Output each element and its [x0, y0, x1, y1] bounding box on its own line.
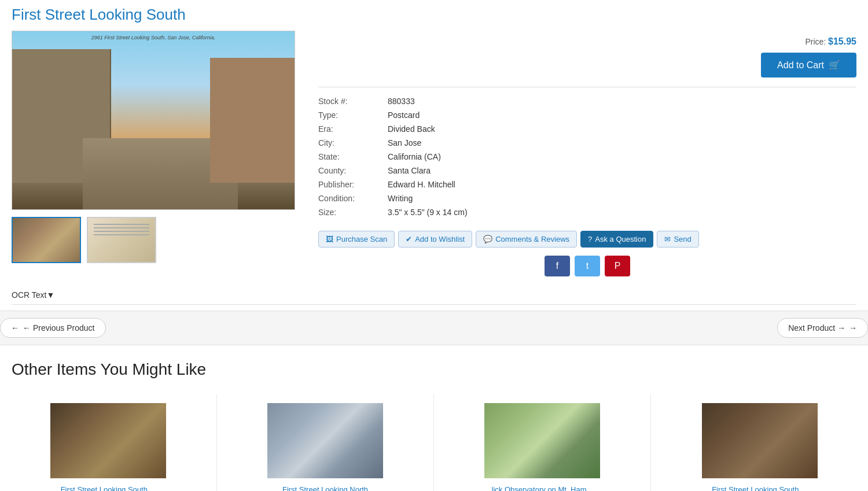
pinterest-button[interactable]: P — [605, 256, 630, 276]
related-title-4[interactable]: First Street Looking South ... — [660, 485, 859, 491]
divider — [12, 304, 856, 305]
pinterest-icon: P — [615, 261, 621, 271]
main-product-image[interactable]: 2961 First Street Looking South, San Jos… — [12, 31, 295, 210]
related-title-2[interactable]: First Street Looking North — [226, 485, 424, 491]
related-title-1[interactable]: First Street Looking South ... — [9, 485, 207, 491]
image-icon: 🖼 — [326, 235, 333, 243]
add-to-wishlist-button[interactable]: ✔ Add to Wishlist — [398, 231, 472, 248]
publisher-label: Publisher: — [318, 180, 388, 189]
stock-value: 880333 — [388, 97, 415, 106]
product-images: 2961 First Street Looking South, San Jos… — [12, 31, 295, 276]
navigation-bar: ← ← Previous Product Next Product → → — [0, 311, 868, 345]
era-label: Era: — [318, 124, 388, 134]
action-buttons-row: 🖼 Purchase Scan ✔ Add to Wishlist 💬 Comm… — [318, 231, 856, 248]
social-buttons-row: f t P — [318, 256, 856, 276]
thumbnail-front[interactable] — [12, 217, 81, 263]
era-value: Divided Back — [388, 124, 435, 134]
related-item-3: lick Observatory on Mt. Ham... San Jose,… — [434, 394, 651, 491]
stock-row: Stock #: 880333 — [318, 94, 856, 108]
condition-label: Condition: — [318, 194, 388, 203]
send-button[interactable]: ✉ Send — [657, 231, 698, 248]
previous-product-button[interactable]: ← ← Previous Product — [0, 318, 106, 338]
wishlist-label: Add to Wishlist — [415, 235, 465, 243]
cart-icon: 🛒 — [829, 60, 840, 71]
county-label: County: — [318, 166, 388, 175]
purchase-scan-label: Purchase Scan — [336, 235, 387, 243]
arrow-left-icon: ← — [11, 323, 19, 333]
related-section-title: Other Items You Might Like — [12, 360, 856, 379]
publisher-row: Publisher: Edward H. Mitchell — [318, 178, 856, 191]
add-to-cart-button[interactable]: Add to Cart 🛒 — [761, 53, 856, 77]
condition-value: Writing — [388, 194, 413, 203]
next-label: Next Product → — [788, 323, 845, 333]
type-label: Type: — [318, 110, 388, 120]
city-label: City: — [318, 138, 388, 147]
product-info-table: Stock #: 880333 Type: Postcard Era: Divi… — [318, 87, 856, 219]
city-row: City: San Jose — [318, 136, 856, 150]
city-link[interactable]: San Jose — [388, 138, 421, 147]
size-value: 3.5" x 5.5" (9 x 14 cm) — [388, 208, 468, 217]
ocr-toggle-button[interactable]: OCR Text▼ — [12, 290, 856, 300]
ocr-section: OCR Text▼ — [12, 286, 856, 304]
related-item-4: First Street Looking South ... San Jose,… — [651, 394, 868, 491]
next-product-button[interactable]: Next Product → → — [777, 318, 868, 338]
send-icon: ✉ — [664, 235, 671, 243]
related-image-2[interactable] — [267, 403, 383, 478]
thumbnail-row — [12, 217, 295, 263]
size-row: Size: 3.5" x 5.5" (9 x 14 cm) — [318, 205, 856, 219]
type-value: Postcard — [388, 110, 420, 120]
state-label: State: — [318, 152, 388, 161]
price-value: $15.95 — [828, 36, 856, 46]
price-label: Price: — [805, 37, 826, 46]
related-item-2: First Street Looking North San Jose, CA … — [217, 394, 434, 491]
twitter-icon: t — [586, 261, 589, 271]
county-row: County: Santa Clara — [318, 164, 856, 178]
related-image-3[interactable] — [484, 403, 600, 478]
wishlist-icon: ✔ — [406, 235, 412, 243]
publisher-link[interactable]: Edward H. Mitchell — [388, 180, 455, 189]
stock-label: Stock #: — [318, 97, 388, 106]
size-label: Size: — [318, 208, 388, 217]
product-title: First Street Looking South — [12, 6, 856, 24]
related-title-3[interactable]: lick Observatory on Mt. Ham... — [443, 485, 641, 491]
related-items-grid: First Street Looking South ... San Jose,… — [0, 394, 868, 491]
thumbnail-back[interactable] — [87, 217, 156, 263]
price-row: Price: $15.95 — [318, 36, 856, 47]
comments-label: Comments & Reviews — [495, 235, 569, 243]
related-image-1[interactable] — [50, 403, 166, 478]
product-details-panel: Price: $15.95 Add to Cart 🛒 Stock #: 880… — [318, 31, 856, 276]
state-link[interactable]: California (CA) — [388, 152, 441, 161]
era-row: Era: Divided Back — [318, 122, 856, 136]
related-image-4[interactable] — [702, 403, 818, 478]
twitter-button[interactable]: t — [575, 256, 600, 276]
type-row: Type: Postcard — [318, 108, 856, 122]
state-row: State: California (CA) — [318, 150, 856, 164]
ask-question-label: Ask a Question — [595, 235, 646, 243]
previous-label: ← Previous Product — [23, 323, 95, 333]
facebook-button[interactable]: f — [545, 256, 570, 276]
purchase-scan-button[interactable]: 🖼 Purchase Scan — [318, 231, 395, 248]
add-to-cart-label: Add to Cart — [777, 60, 824, 71]
condition-row: Condition: Writing — [318, 191, 856, 205]
county-link[interactable]: Santa Clara — [388, 166, 431, 175]
image-caption: 2961 First Street Looking South, San Jos… — [91, 35, 216, 40]
facebook-icon: f — [556, 261, 558, 271]
ask-question-button[interactable]: ? Ask a Question — [580, 231, 653, 248]
question-icon: ? — [588, 235, 592, 243]
comment-icon: 💬 — [483, 235, 492, 243]
send-label: Send — [674, 235, 691, 243]
related-item-1: First Street Looking South ... San Jose,… — [0, 394, 217, 491]
comments-reviews-button[interactable]: 💬 Comments & Reviews — [476, 231, 577, 248]
arrow-right-icon: → — [849, 323, 857, 333]
